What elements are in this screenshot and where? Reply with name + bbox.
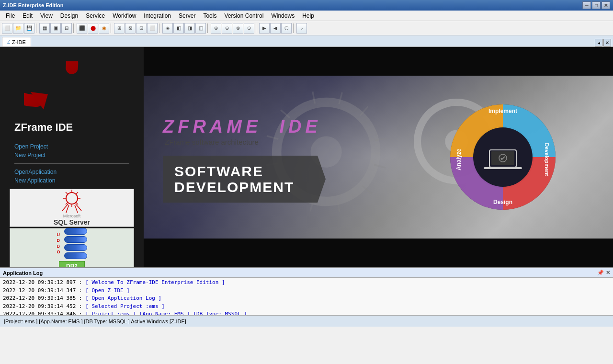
db2-cyl-3 [64, 244, 87, 251]
svg-text:Analyze: Analyze [455, 148, 462, 171]
left-panel-header: ZFrame IDE [0, 47, 144, 138]
title-bar-controls: ─ □ ✕ [582, 1, 610, 9]
sql-company: Microsoft [63, 214, 81, 218]
banner-main: ZFRAME IDE ZFrame software architecture … [144, 76, 613, 239]
sql-server-label: SQL Server [54, 218, 90, 226]
tb-icon15[interactable]: ⊕ [211, 23, 221, 34]
menu-workflow[interactable]: Workflow [109, 11, 140, 20]
svg-line-9 [76, 203, 78, 205]
db2-box[interactable]: UDBO DB2 [10, 228, 134, 267]
close-button[interactable]: ✕ [602, 1, 610, 9]
db-sql-box[interactable]: Microsoft SQL Server [10, 189, 134, 227]
tb-icon10[interactable]: ⬜ [147, 23, 158, 34]
svg-line-7 [76, 192, 78, 194]
tb-separator-4 [159, 23, 161, 33]
tb-icon21[interactable]: ⬡ [281, 23, 292, 34]
menu-file[interactable]: File [2, 11, 19, 20]
log-header-controls: 📌 ✕ [597, 270, 610, 276]
right-panel: ZFRAME IDE ZFrame software architecture … [144, 47, 613, 267]
tb-icon1[interactable]: ▦ [39, 23, 50, 34]
log-entry: 2022-12-20 09:39:12 897 : [ Welcome To Z… [3, 279, 610, 287]
svg-text:Implement: Implement [488, 108, 517, 114]
tab-label: Z-IDE [12, 39, 26, 45]
link-divider [14, 163, 129, 164]
tb-icon14[interactable]: ◫ [195, 23, 206, 34]
tb-icon11[interactable]: ◈ [162, 23, 173, 34]
tb-separator-5 [207, 23, 209, 33]
log-title: Application Log [3, 270, 43, 276]
menu-windows[interactable]: Windows [267, 11, 298, 20]
tb-icon18[interactable]: ⊙ [244, 23, 254, 34]
menu-integration[interactable]: Integration [140, 11, 175, 20]
tb-icon13[interactable]: ◨ [184, 23, 195, 34]
banner-software-line2: DEVELOPMENT [174, 179, 314, 195]
tb-icon22[interactable]: ⬦ [296, 23, 307, 34]
svg-rect-33 [484, 167, 522, 169]
svg-line-6 [66, 192, 68, 194]
tb-new[interactable]: ⬜ [2, 23, 12, 34]
banner-title: ZFRAME IDE [163, 116, 392, 137]
new-application-link[interactable]: New Application [14, 177, 129, 184]
tb-icon6[interactable]: ◉ [99, 23, 109, 34]
tb-icon5[interactable]: ⬤ [88, 23, 98, 34]
db2-cylinders [64, 228, 87, 259]
title-bar: Z-IDE Enterprise Edition ─ □ ✕ [0, 0, 613, 11]
banner-software-line1: SOFTWARE [174, 163, 314, 179]
log-body: 2022-12-20 09:39:12 897 : [ Welcome To Z… [0, 278, 613, 315]
log-entry: 2022-12-20 09:39:14 846 : [ Project :ems… [3, 310, 610, 315]
log-entry: 2022-12-20 09:39:14 452 : [ Selected Pro… [3, 303, 610, 311]
banner-top [144, 47, 613, 76]
menu-tools[interactable]: Tools [199, 11, 220, 20]
tb-save[interactable]: 💾 [24, 23, 34, 34]
open-application-link[interactable]: OpenApplication [14, 169, 129, 175]
app-log-area: Application Log 📌 ✕ 2022-12-20 09:39:12 … [0, 267, 613, 315]
minimize-button[interactable]: ─ [582, 1, 591, 9]
db2-button[interactable]: DB2 [59, 261, 85, 268]
svg-text:Design: Design [493, 199, 512, 205]
tb-icon12[interactable]: ◧ [173, 23, 184, 34]
banner-left-section: ZFRAME IDE ZFrame software architecture … [144, 76, 402, 239]
menu-bar: File Edit View Design Service Workflow I… [0, 11, 613, 21]
tb-icon20[interactable]: ◀ [270, 23, 281, 34]
svg-text:Development: Development [544, 143, 550, 176]
menu-server[interactable]: Server [175, 11, 199, 20]
tb-icon16[interactable]: ⊖ [222, 23, 232, 34]
tb-separator-2 [73, 23, 75, 33]
tab-close[interactable]: ✕ [603, 39, 611, 46]
tb-separator-3 [111, 23, 113, 33]
tab-zide[interactable]: Z Z-IDE [2, 37, 31, 46]
svg-point-1 [66, 193, 78, 204]
open-project-link[interactable]: Open Project [14, 143, 129, 150]
tb-separator-6 [256, 23, 258, 33]
logo-area [14, 57, 129, 119]
db-boxes: Microsoft SQL Server UDBO [0, 189, 144, 267]
tab-scroll-left[interactable]: ◂ [595, 39, 602, 46]
logo-svg [24, 61, 120, 114]
tb-icon19[interactable]: ▶ [259, 23, 270, 34]
maximize-button[interactable]: □ [592, 1, 601, 9]
status-text: [Project: ems ] [App.Name: EMS ] [DB Typ… [4, 318, 186, 324]
tb-icon9[interactable]: ⊡ [136, 23, 147, 34]
log-entry: 2022-12-20 09:39:14 385 : [ Open Applica… [3, 295, 610, 303]
new-project-link[interactable]: New Project [14, 152, 129, 159]
banner-content: ZFRAME IDE ZFrame software architecture … [144, 76, 613, 239]
tb-icon3[interactable]: ⊟ [61, 23, 72, 34]
tb-icon8[interactable]: ⊠ [125, 23, 136, 34]
log-close-button[interactable]: ✕ [606, 270, 610, 276]
tb-icon7[interactable]: ⊞ [114, 23, 125, 34]
tb-open-folder[interactable]: 📁 [13, 23, 23, 34]
left-panel: ZFrame IDE Open Project New Project Open… [0, 47, 144, 267]
menu-design[interactable]: Design [57, 11, 82, 20]
menu-service[interactable]: Service [82, 11, 109, 20]
log-pin-button[interactable]: 📌 [597, 270, 604, 276]
menu-edit[interactable]: Edit [19, 11, 36, 20]
banner-bottom [144, 239, 613, 267]
tb-icon4[interactable]: ⬛ [77, 23, 87, 34]
tb-icon2[interactable]: ▣ [50, 23, 61, 34]
menu-version-control[interactable]: Version Control [220, 11, 267, 20]
tb-icon17[interactable]: ⊗ [233, 23, 243, 34]
db2-cyl-1 [64, 228, 87, 235]
menu-view[interactable]: View [36, 11, 57, 20]
menu-help[interactable]: Help [298, 11, 318, 20]
db2-cyl-2 [64, 236, 87, 243]
